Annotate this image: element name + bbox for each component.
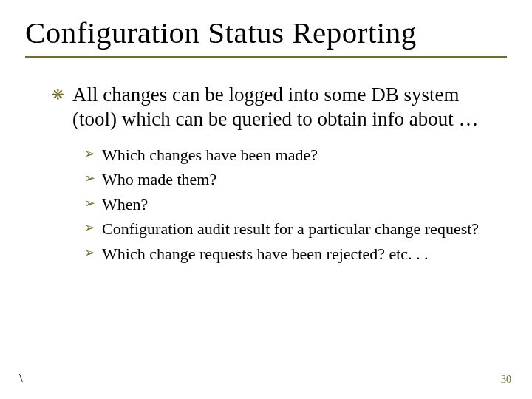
asterisk-bullet-icon: ❋	[52, 86, 64, 103]
list-item: ➢ When?	[84, 194, 499, 215]
list-item: ➢ Which change requests have been reject…	[84, 244, 499, 265]
title-container: Configuration Status Reporting	[25, 15, 507, 58]
sub-item-text: Who made them?	[102, 170, 216, 188]
slide-title: Configuration Status Reporting	[25, 15, 507, 50]
sub-bullet-list: ➢ Which changes have been made? ➢ Who ma…	[52, 145, 499, 265]
sub-item-text: Configuration audit result for a particu…	[102, 219, 479, 238]
arrow-bullet-icon: ➢	[84, 219, 95, 236]
list-item: ➢ Which changes have been made?	[84, 145, 499, 166]
page-number: 30	[501, 374, 511, 386]
body-content: ❋ All changes can be logged into some DB…	[25, 83, 507, 264]
main-bullet-item: ❋ All changes can be logged into some DB…	[52, 83, 499, 132]
slide: Configuration Status Reporting ❋ All cha…	[0, 0, 532, 399]
sub-item-text: Which changes have been made?	[102, 146, 318, 164]
main-bullet-text: All changes can be logged into some DB s…	[72, 83, 479, 130]
list-item: ➢ Who made them?	[84, 169, 499, 190]
arrow-bullet-icon: ➢	[84, 245, 95, 262]
arrow-bullet-icon: ➢	[84, 195, 95, 212]
list-item: ➢ Configuration audit result for a parti…	[84, 219, 499, 239]
sub-item-text: When?	[102, 195, 148, 214]
arrow-bullet-icon: ➢	[84, 146, 95, 163]
sub-item-text: Which change requests have been rejected…	[102, 245, 429, 263]
arrow-bullet-icon: ➢	[84, 170, 95, 187]
footer-left-mark: \	[19, 371, 23, 386]
